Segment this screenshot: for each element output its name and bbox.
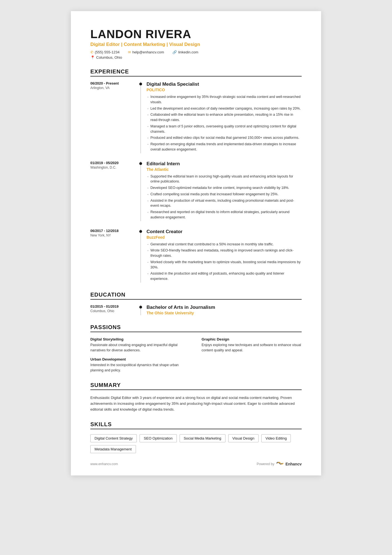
skill-2: Social Media Marketing: [180, 434, 225, 442]
exp-date-2: 01/2019 - 05/2020: [90, 161, 138, 165]
exp-date-1: 06/2020 - Present: [90, 82, 138, 85]
edu-left-1: 01/2015 - 01/2019 Columbus, Ohio: [90, 305, 140, 315]
experience-item-3: 06/2017 - 12/2018 New York, NY Content C…: [90, 229, 302, 283]
passion-title-0: Digital Storytelling: [90, 337, 190, 341]
summary-section-title: SUMMARY: [90, 382, 302, 390]
bullet-1-5: Reported on emerging digital media trend…: [147, 142, 302, 152]
edu-degree-1: Bachelor of Arts in Journalism: [147, 305, 302, 310]
resume-page: LANDON RIVERA Digital Editor | Content M…: [71, 11, 321, 475]
exp-divider-1: [140, 82, 141, 153]
exp-left-2: 01/2019 - 05/2020 Washington, D.C.: [90, 161, 140, 221]
exp-right-3: Content Creator BuzzFeed Generated viral…: [147, 229, 302, 283]
bullet-3-0: Generated viral content that contributed…: [147, 242, 302, 247]
exp-location-2: Washington, D.C.: [90, 166, 138, 169]
experience-item-1: 06/2020 - Present Arlington, VA Digital …: [90, 82, 302, 153]
exp-job-title-3: Content Creator: [147, 229, 302, 235]
passion-desc-0: Passionate about creating engaging and i…: [90, 342, 190, 353]
bullet-3-1: Wrote SEO-friendly headlines and metadat…: [147, 248, 302, 258]
exp-left-3: 06/2017 - 12/2018 New York, NY: [90, 229, 140, 283]
exp-bullets-1: Increased online engagement by 35% throu…: [147, 94, 302, 152]
location-text: Columbus, Ohio: [96, 55, 122, 60]
candidate-name: LANDON RIVERA: [90, 28, 302, 41]
experience-section: EXPERIENCE 06/2020 - Present Arlington, …: [90, 68, 302, 283]
summary-text: Enthusiastic Digital Editor with 3 years…: [90, 395, 302, 412]
phone-icon: ✆: [90, 50, 93, 54]
edu-school-1: The Ohio State University: [147, 311, 302, 315]
exp-bullets-3: Generated viral content that contributed…: [147, 242, 302, 282]
bullet-1-4: Produced and edited video clips for soci…: [147, 135, 302, 140]
location-icon: 📍: [90, 55, 95, 60]
phone-number: (555) 555-1234: [95, 50, 120, 54]
enhancv-brand-name: Enhancv: [286, 462, 302, 466]
exp-right-2: Editorial Intern The Atlantic Supported …: [147, 161, 302, 221]
exp-company-2: The Atlantic: [147, 167, 302, 172]
bullet-1-3: Managed a team of 5 junior editors, over…: [147, 124, 302, 134]
bullet-2-4: Researched and reported on digital trend…: [147, 209, 302, 220]
footer-url: www.enhancv.com: [90, 462, 118, 466]
exp-divider-2: [140, 161, 141, 221]
linkedin-item: 🔗 linkedin.com: [172, 50, 198, 54]
bullet-1-2: Collaborated with the editorial team to …: [147, 112, 302, 123]
page-footer: www.enhancv.com Powered by Enhancv: [90, 461, 302, 467]
bullet-3-3: Assisted in the production and editing o…: [147, 271, 302, 282]
passions-grid: Digital Storytelling Passionate about cr…: [90, 337, 302, 373]
exp-right-1: Digital Media Specialist POLITICO Increa…: [147, 82, 302, 153]
passion-desc-1: Enjoys exploring new techniques and soft…: [202, 342, 302, 353]
exp-divider-3: [140, 229, 141, 283]
edu-location-1: Columbus, Ohio: [90, 309, 138, 313]
bullet-2-2: Crafted compelling social media posts th…: [147, 192, 302, 197]
linkedin-url: linkedin.com: [178, 50, 198, 54]
candidate-title: Digital Editor | Content Marketing | Vis…: [90, 42, 302, 47]
education-section: EDUCATION 01/2015 - 01/2019 Columbus, Oh…: [90, 292, 302, 315]
exp-date-3: 06/2017 - 12/2018: [90, 229, 138, 233]
bullet-2-3: Assisted in the production of virtual ev…: [147, 198, 302, 209]
exp-location-3: New York, NY: [90, 233, 138, 237]
passion-desc-2: Interested in the sociopolitical dynamic…: [90, 362, 190, 373]
skills-section-title: SKILLS: [90, 421, 302, 429]
bullet-3-2: Worked closely with the marketing team t…: [147, 260, 302, 270]
bullet-2-0: Supported the editorial team in sourcing…: [147, 174, 302, 184]
edu-right-1: Bachelor of Arts in Journalism The Ohio …: [147, 305, 302, 315]
skill-0: Digital Content Strategy: [90, 434, 137, 442]
bullet-1-0: Increased online engagement by 35% throu…: [147, 94, 302, 105]
edu-date-1: 01/2015 - 01/2019: [90, 305, 138, 309]
passion-title-1: Graphic Design: [202, 337, 302, 341]
phone-item: ✆ (555) 555-1234: [90, 50, 120, 54]
skills-container: Digital Content Strategy SEO Optimizatio…: [90, 434, 302, 453]
location-row: 📍 Columbus, Ohio: [90, 55, 302, 60]
exp-location-1: Arlington, VA: [90, 86, 138, 90]
exp-bullets-2: Supported the editorial team in sourcing…: [147, 174, 302, 220]
passion-title-2: Urban Development: [90, 357, 190, 361]
bullet-1-1: Led the development and execution of dai…: [147, 106, 302, 111]
passion-item-1: Graphic Design Enjoys exploring new tech…: [202, 337, 302, 353]
passions-section: PASSIONS Digital Storytelling Passionate…: [90, 324, 302, 373]
exp-job-title-1: Digital Media Specialist: [147, 82, 302, 87]
enhancv-logo-icon: [276, 461, 284, 467]
skill-4: Video Editing: [261, 434, 291, 442]
skill-3: Visual Design: [228, 434, 259, 442]
exp-job-title-2: Editorial Intern: [147, 161, 302, 167]
education-section-title: EDUCATION: [90, 292, 302, 300]
skill-5: Metadata Management: [90, 445, 136, 453]
skill-1: SEO Optimization: [140, 434, 177, 442]
link-icon: 🔗: [172, 50, 177, 54]
passions-section-title: PASSIONS: [90, 324, 302, 332]
edu-divider-1: [140, 305, 141, 315]
contact-row: ✆ (555) 555-1234 ✉ help@enhancv.com 🔗 li…: [90, 50, 302, 54]
skills-section: SKILLS Digital Content Strategy SEO Opti…: [90, 421, 302, 453]
passion-item-0: Digital Storytelling Passionate about cr…: [90, 337, 190, 353]
header: LANDON RIVERA Digital Editor | Content M…: [90, 28, 302, 60]
email-address: help@enhancv.com: [132, 50, 164, 54]
passion-item-2: Urban Development Interested in the soci…: [90, 357, 190, 373]
powered-by-label: Powered by: [257, 462, 274, 466]
exp-left-1: 06/2020 - Present Arlington, VA: [90, 82, 140, 153]
footer-powered-by: Powered by Enhancv: [257, 461, 302, 467]
exp-company-1: POLITICO: [147, 88, 302, 92]
education-item-1: 01/2015 - 01/2019 Columbus, Ohio Bachelo…: [90, 305, 302, 315]
experience-item-2: 01/2019 - 05/2020 Washington, D.C. Edito…: [90, 161, 302, 221]
email-icon: ✉: [128, 50, 131, 54]
summary-section: SUMMARY Enthusiastic Digital Editor with…: [90, 382, 302, 412]
exp-company-3: BuzzFeed: [147, 235, 302, 240]
experience-section-title: EXPERIENCE: [90, 68, 302, 77]
email-item: ✉ help@enhancv.com: [128, 50, 164, 54]
